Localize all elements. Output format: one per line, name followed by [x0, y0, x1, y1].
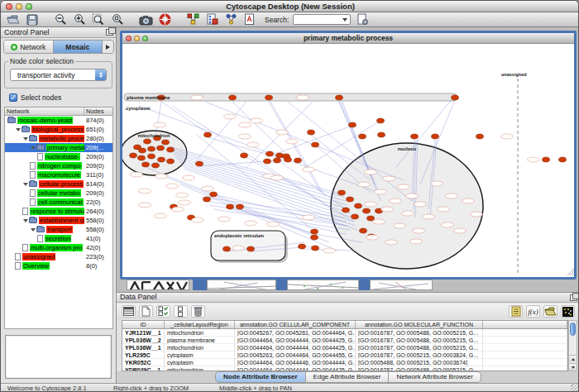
zoom-in-icon[interactable] [72, 13, 87, 26]
column-header[interactable]: annotation.GO MOLECULAR_FUNCTION [356, 321, 483, 328]
network-node[interactable] [352, 214, 359, 219]
network-node[interactable] [432, 134, 439, 139]
table-cell[interactable]: YLR295C [122, 351, 165, 358]
table-cell[interactable]: cytoplasm [165, 359, 235, 366]
network-node[interactable] [411, 134, 419, 139]
node-label[interactable] [365, 170, 377, 174]
tree-row[interactable]: secretion41(0) [5, 234, 112, 243]
tree-row[interactable]: biological_process651(0) [5, 125, 112, 134]
column-header[interactable]: _cellularLayoutRegion [165, 321, 235, 328]
search-dropdown-icon[interactable] [340, 15, 349, 24]
expander-icon[interactable] [31, 146, 36, 150]
network-node[interactable] [476, 134, 484, 139]
tab-edge-attribute-browser[interactable]: Edge Attribute Browser [306, 371, 390, 383]
new-attribute-icon[interactable] [139, 305, 153, 318]
tree-row[interactable]: macromolecule311(0) [5, 170, 112, 179]
network-edge[interactable] [271, 125, 354, 155]
apply-layout-icon[interactable] [223, 13, 238, 26]
network-node[interactable] [210, 192, 218, 197]
node-label[interactable] [154, 122, 166, 127]
tree-row-label[interactable]: multi-organism pro [30, 244, 83, 251]
node-label[interactable] [402, 211, 414, 216]
annotation-icon[interactable] [242, 13, 257, 26]
network-node[interactable] [144, 139, 151, 144]
node-label[interactable] [139, 203, 151, 208]
help-icon[interactable] [157, 13, 172, 26]
tree-row-label[interactable]: cell communicat [37, 198, 84, 206]
tree-row[interactable]: unassigned223(0) [5, 252, 112, 261]
table-cell[interactable]: [GO:0016787, GO:0005488, GO:0005215, G..… [356, 344, 483, 351]
network-node[interactable] [349, 122, 356, 127]
node-label[interactable] [179, 200, 191, 205]
network-node[interactable] [274, 158, 281, 163]
table-cell[interactable]: plasma membrane [165, 337, 235, 343]
node-label[interactable] [442, 222, 454, 227]
search-box[interactable] [293, 14, 351, 25]
node-label[interactable] [373, 219, 385, 224]
tree-row-label[interactable]: establishment of lo [39, 217, 84, 224]
node-label[interactable] [406, 194, 419, 198]
table-cell[interactable]: YPL036W__2 [122, 337, 165, 343]
node-label[interactable] [398, 184, 410, 189]
formula-builder-icon[interactable]: f(x) [526, 305, 540, 318]
node-label[interactable] [251, 118, 263, 123]
node-label[interactable] [247, 142, 260, 147]
tree-row-label[interactable]: cellular metabo [37, 189, 81, 197]
network-node[interactable] [196, 161, 203, 166]
table-row[interactable]: YLR295Ccytoplasm[GO:0045263, GO:0044464,… [122, 351, 567, 359]
table-cell[interactable]: cytoplasm [165, 351, 235, 358]
node-label[interactable] [390, 198, 402, 203]
tree-row-label[interactable]: response to stimulu [30, 208, 84, 215]
network-node[interactable] [167, 159, 175, 164]
node-label[interactable] [166, 184, 179, 189]
node-label[interactable] [202, 186, 214, 191]
network-window[interactable]: primary metabolic process plasma membran… [120, 31, 577, 280]
node-label[interactable] [431, 181, 443, 186]
network-node[interactable] [312, 246, 319, 251]
node-label[interactable] [471, 212, 483, 217]
table-cell[interactable]: [GO:0044464, GO:0044444, GO:0044425, G..… [235, 337, 356, 343]
tree-row-label[interactable]: transport [46, 226, 73, 233]
network-node[interactable] [299, 244, 306, 249]
import-attributes-icon[interactable] [543, 305, 557, 318]
expander-icon[interactable] [23, 219, 28, 222]
scrollbar-thumb[interactable] [570, 323, 576, 336]
table-cell[interactable]: mitochondrion [165, 344, 235, 351]
float-panel-icon[interactable] [106, 29, 113, 36]
tree-row[interactable]: primary metabo209(... [5, 143, 112, 152]
expander-icon[interactable] [16, 128, 21, 131]
node-label[interactable] [423, 214, 435, 219]
network-node[interactable] [452, 95, 459, 100]
network-tree[interactable]: mosaic-demo-yeast874(0)biological_proces… [4, 116, 113, 329]
node-label[interactable] [446, 194, 458, 198]
expander-icon[interactable] [23, 137, 28, 141]
network-node[interactable] [559, 157, 567, 162]
tree-row[interactable]: cellular metabo209(0) [5, 189, 112, 198]
take-snapshot-icon[interactable] [138, 13, 153, 26]
tree-row[interactable]: nucleobase-209(0) [5, 152, 112, 161]
tree-row-label[interactable]: cellular process [39, 180, 84, 188]
column-header[interactable]: annotation.GO CELLULAR_COMPONENT [235, 321, 356, 328]
tree-row-label[interactable]: biological_process [31, 126, 84, 133]
node-label[interactable] [239, 134, 251, 139]
expander-icon[interactable] [23, 183, 28, 186]
network-node[interactable] [294, 158, 302, 163]
tree-row[interactable]: response to stimulu264(0) [5, 207, 112, 216]
network-edge[interactable] [177, 159, 351, 213]
tree-row[interactable]: nitrogen compo209(0) [5, 161, 112, 170]
node-label[interactable] [239, 122, 251, 127]
table-cell[interactable]: [GO:0005488, GO:0005215, GO:0003674] [356, 359, 483, 366]
background-window-fragment[interactable] [370, 280, 433, 290]
network-node[interactable] [266, 95, 273, 100]
node-label[interactable] [303, 215, 315, 220]
network-node[interactable] [276, 153, 284, 158]
table-cell[interactable]: [GO:0044464, GO:0044446, GO:0044444, G..… [235, 359, 356, 366]
network-node[interactable] [342, 208, 350, 213]
tree-row-label[interactable]: nitrogen compo [37, 162, 82, 170]
node-label[interactable] [139, 189, 151, 194]
network-node[interactable] [367, 216, 375, 221]
unselect-attributes-icon[interactable] [174, 305, 188, 318]
expander-icon[interactable] [31, 228, 36, 232]
network-node[interactable] [204, 132, 212, 137]
node-label[interactable] [438, 207, 450, 212]
